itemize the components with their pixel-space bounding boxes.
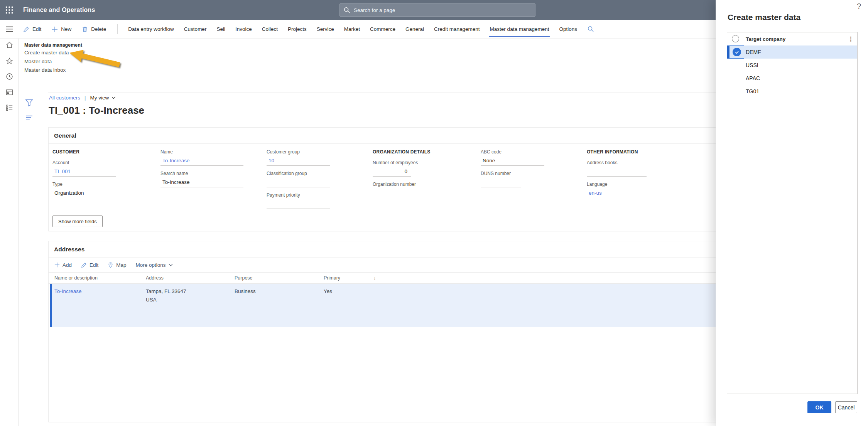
abc-code-input[interactable]: None xyxy=(481,156,544,166)
organization-details-header: ORGANIZATION DETAILS xyxy=(373,149,434,155)
pencil-icon xyxy=(23,26,29,32)
payment-priority-input[interactable] xyxy=(267,199,330,209)
company-row-apac[interactable]: APAC xyxy=(727,72,857,85)
sidebar-favorites[interactable] xyxy=(5,56,14,66)
name-input[interactable]: To-Increase xyxy=(160,156,243,166)
trash-icon xyxy=(82,26,88,32)
column-name-or-description[interactable]: Name or description xyxy=(54,275,98,281)
grid-more-button[interactable]: ⋮ xyxy=(848,35,854,43)
company-row-demf[interactable]: DEMF xyxy=(727,45,857,59)
sidebar-home[interactable] xyxy=(5,40,14,49)
select-all-radio[interactable] xyxy=(732,35,739,42)
tab-customer[interactable]: Customer xyxy=(179,20,212,39)
grid-header-row: Target company ⋮ xyxy=(727,32,857,45)
filter-button[interactable] xyxy=(24,98,34,107)
tab-commerce[interactable]: Commerce xyxy=(365,20,400,39)
breadcrumb-link-all-customers[interactable]: All customers xyxy=(49,95,80,101)
finance-and-operations-app: Finance and Operations Edit xyxy=(0,0,868,426)
tab-market[interactable]: Market xyxy=(339,20,365,39)
help-button[interactable]: ? xyxy=(857,2,861,11)
address-books-label: Address books xyxy=(587,160,647,165)
tab-data-entry-workflow[interactable]: Data entry workflow xyxy=(123,20,179,39)
command-search-button[interactable] xyxy=(588,26,594,32)
app-launcher-button[interactable] xyxy=(0,0,19,20)
address-table-row[interactable]: To-Increase Tampa, FL 33647 USA Business… xyxy=(50,284,716,327)
add-address-button[interactable]: Add xyxy=(54,262,72,268)
tab-collect[interactable]: Collect xyxy=(257,20,283,39)
sidebar-recent[interactable] xyxy=(5,72,14,81)
general-column-6: OTHER INFORMATION Address books Language… xyxy=(587,149,647,203)
module-link-master-data-inbox[interactable]: Master data inbox xyxy=(24,66,66,75)
organization-number-input[interactable] xyxy=(373,189,434,198)
address-books-input[interactable] xyxy=(587,167,647,177)
address-line-1: Tampa, FL 33647 xyxy=(146,287,186,296)
general-column-4: ORGANIZATION DETAILS Number of employees… xyxy=(373,149,434,203)
addresses-toolbar: Add Edit Map More options xyxy=(49,258,716,272)
address-name-link[interactable]: To-Increase xyxy=(54,287,82,296)
abc-code-field: ABC code None xyxy=(481,149,544,166)
classification-group-input[interactable] xyxy=(267,178,330,187)
account-field: Account TI_001 xyxy=(52,160,116,177)
selected-check-cell[interactable] xyxy=(729,45,744,59)
type-label: Type xyxy=(52,182,116,187)
address-cell-address: Tampa, FL 33647 USA xyxy=(146,287,186,304)
company-row-tg01[interactable]: TG01 xyxy=(727,85,857,98)
general-column-3: Customer group 10 Classification group P… xyxy=(267,149,330,214)
show-more-fields-button[interactable]: Show more fields xyxy=(52,216,103,227)
edit-label: Edit xyxy=(32,26,41,32)
delete-button[interactable]: Delete xyxy=(82,26,106,32)
section-general: General CUSTOMER Account TI_001 Type Org… xyxy=(48,127,716,231)
nav-toggle-button[interactable] xyxy=(0,20,19,39)
tab-general[interactable]: General xyxy=(400,20,429,39)
module-link-create-master-data[interactable]: Create master data xyxy=(24,49,69,57)
edit-address-button[interactable]: Edit xyxy=(81,262,98,268)
map-button[interactable]: Map xyxy=(108,262,126,268)
search-input[interactable] xyxy=(354,7,531,13)
organization-number-label: Organization number xyxy=(373,182,434,187)
left-nav-rail xyxy=(0,39,19,426)
tab-sell[interactable]: Sell xyxy=(211,20,230,39)
language-input[interactable]: en-us xyxy=(587,189,647,198)
search-name-input[interactable]: To-Increase xyxy=(160,178,243,187)
number-of-employees-input[interactable]: 0 xyxy=(373,167,411,177)
home-icon xyxy=(6,41,13,49)
duns-number-input[interactable] xyxy=(481,178,521,187)
tab-options[interactable]: Options xyxy=(554,20,582,39)
target-company-grid: Target company ⋮ DEMF USSI APAC xyxy=(727,32,858,394)
sort-descending-icon[interactable]: ↓ xyxy=(373,275,376,281)
more-options-button[interactable]: More options xyxy=(136,262,173,268)
name-label: Name xyxy=(160,149,243,155)
general-column-2: Name To-Increase Search name To-Increase xyxy=(160,149,243,192)
address-line-2: USA xyxy=(146,296,186,304)
view-selector[interactable]: My view xyxy=(90,95,116,101)
star-icon xyxy=(6,57,13,65)
company-row-ussi[interactable]: USSI xyxy=(727,59,857,72)
ok-button[interactable]: OK xyxy=(807,401,831,413)
customer-group-input[interactable]: 10 xyxy=(267,156,330,166)
tab-invoice[interactable]: Invoice xyxy=(230,20,257,39)
search-name-field: Search name To-Increase xyxy=(160,171,243,187)
plus-icon xyxy=(52,26,58,32)
tab-projects[interactable]: Projects xyxy=(283,20,312,39)
account-input[interactable]: TI_001 xyxy=(52,167,116,177)
create-master-data-panel: ? Create master data Target company ⋮ DE… xyxy=(716,0,868,426)
edit-button[interactable]: Edit xyxy=(23,26,41,32)
language-label: Language xyxy=(587,182,647,187)
tab-credit-management[interactable]: Credit management xyxy=(429,20,485,39)
breadcrumb: All customers | My view xyxy=(49,95,116,101)
column-address[interactable]: Address xyxy=(146,275,164,281)
page-search-box[interactable] xyxy=(339,3,535,17)
type-input[interactable]: Organization xyxy=(52,189,116,198)
column-primary[interactable]: Primary xyxy=(324,275,340,281)
column-purpose[interactable]: Purpose xyxy=(235,275,253,281)
cancel-button[interactable]: Cancel xyxy=(835,401,857,413)
tab-service[interactable]: Service xyxy=(312,20,339,39)
sidebar-workspaces[interactable] xyxy=(5,88,14,97)
new-button[interactable]: New xyxy=(52,26,71,32)
show-list-button[interactable] xyxy=(24,113,34,122)
window-icon xyxy=(6,89,13,96)
tab-master-data-management[interactable]: Master data management xyxy=(485,20,554,39)
language-field: Language en-us xyxy=(587,182,647,198)
sidebar-modules[interactable] xyxy=(5,103,14,112)
module-link-master-data[interactable]: Master data xyxy=(24,57,52,66)
